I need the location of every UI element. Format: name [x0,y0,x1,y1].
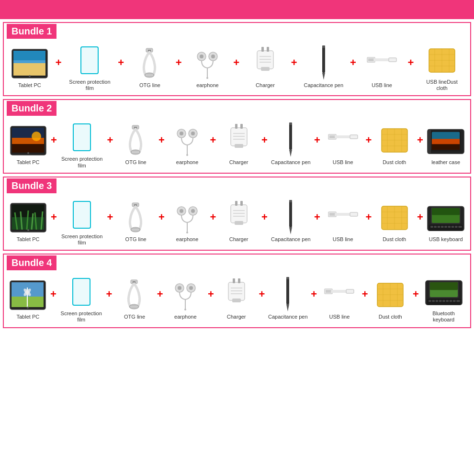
plus-separator: + [157,288,163,310]
svg-point-49 [180,132,183,135]
item-label-screen-film-3: Screen protection film [60,233,103,246]
item-icon-usb-keyboard [427,201,465,234]
plus-separator: + [210,211,216,233]
plus-separator: + [365,211,372,233]
item-cap-pen-1: Capacitance pen [304,47,343,89]
item-otg-2: OTG line [117,124,155,166]
bundle-items-bundle2: Tablet PC+ Screen protection film+ OTG l… [4,116,470,172]
svg-rect-104 [235,201,237,206]
item-label-charger-3: Charger [229,236,248,243]
svg-rect-182 [429,300,431,302]
item-icon-leather-case [427,124,465,157]
item-cap-pen-2: Capacitance pen [271,124,311,166]
item-label-dust-cloth-1: USB lineDust cloth [420,79,463,91]
bundle-section-bundle3: Bundle 3 Tablet PC+ Screen protection fi… [3,177,471,251]
item-leather-case-2: leather case [427,124,465,166]
item-earphone-1: earphone [188,47,226,89]
item-label-tablet-pc-1: Tablet PC [18,82,41,89]
svg-rect-3 [13,51,45,60]
item-label-charger-4: Charger [227,314,246,320]
item-icon-charger [220,124,258,157]
plus-separator: + [51,211,57,233]
item-icon-dust-cloth [375,124,414,157]
plus-separator: + [314,211,320,233]
svg-rect-56 [240,124,243,129]
svg-marker-111 [289,227,292,234]
plus-separator: + [259,288,265,310]
plus-separator: + [51,134,57,156]
svg-point-155 [184,309,186,310]
svg-rect-40 [12,144,44,153]
svg-rect-127 [432,208,460,215]
item-label-cap-pen-4: Capacitance pen [268,314,308,320]
svg-point-4 [29,75,31,77]
item-screen-film-4: Screen protection film [60,275,103,323]
item-label-cap-pen-3: Capacitance pen [271,236,311,243]
item-icon-earphone [188,47,226,80]
svg-rect-47 [131,151,140,154]
item-icon-charger [246,47,284,80]
plus-separator: + [106,288,112,310]
item-label-screen-film-4: Screen protection film [60,310,103,323]
svg-rect-167 [326,290,331,293]
item-otg-1: OTG line [131,47,169,89]
item-tablet-pc-3: Tablet PC [9,201,47,243]
item-label-dust-cloth-4: Dust cloth [379,314,402,320]
item-otg-3: OTG line [117,201,155,243]
item-icon-dust-cloth [375,201,414,234]
item-icon-screen-film [63,121,101,154]
plus-separator: + [314,134,320,156]
plus-separator: + [176,56,182,78]
svg-rect-136 [455,226,457,228]
item-usb-keyboard-3: USB keyboard [427,201,465,243]
item-label-usb-line-3: USB line [333,236,353,243]
svg-rect-184 [435,300,438,302]
item-usb-line-4: USB line [320,278,359,320]
item-icon-cap-pen [271,124,310,157]
item-icon-screen-film [70,44,109,77]
item-icon-otg [117,201,155,234]
plus-separator: + [107,134,113,156]
item-icon-cap-pen [271,201,310,234]
item-icon-tablet [9,278,47,312]
item-dust-cloth-4: Dust cloth [371,278,409,320]
plus-separator: + [413,288,419,310]
bundle-title-bundle1: Bundle 1 [7,24,56,39]
svg-rect-80 [432,144,460,150]
svg-point-11 [200,55,203,58]
svg-rect-133 [444,226,447,228]
item-icon-otg [117,124,155,157]
item-label-usb-line-4: USB line [329,314,350,320]
item-bt-keyboard-4: Bluetooth keyboard [422,275,465,323]
svg-rect-19 [261,67,270,71]
plus-separator: + [158,134,165,156]
svg-rect-105 [240,201,243,206]
plus-separator: + [407,56,414,78]
svg-rect-103 [231,205,247,223]
svg-rect-54 [231,128,247,146]
item-tablet-pc-2: Tablet PC [9,124,47,166]
svg-point-102 [186,232,188,233]
svg-rect-57 [235,144,243,148]
item-icon-charger [217,278,256,312]
plus-separator: + [210,134,216,156]
item-icon-usb-line [363,47,401,80]
svg-rect-114 [329,213,335,216]
plus-separator: + [233,56,239,78]
bundle-items-bundle1: Tablet PC+ Screen protection film+ OTG l… [4,39,470,95]
item-label-charger-2: Charger [229,159,248,166]
item-label-otg-4: OTG line [124,314,145,320]
svg-point-153 [189,286,193,290]
svg-rect-5 [81,47,98,74]
svg-rect-137 [458,226,462,228]
plus-separator: + [362,288,368,310]
item-icon-usb-line [320,278,359,312]
plus-separator: + [56,56,62,78]
svg-rect-55 [235,124,237,129]
item-icon-cap-pen [269,278,307,312]
bundle-items-bundle4: Tablet PC+ Screen protection film+ OTG l… [4,270,470,327]
svg-rect-110 [289,201,292,227]
item-label-earphone-4: earphone [174,314,197,320]
plus-separator: + [350,56,356,78]
plus-separator: + [208,288,214,310]
